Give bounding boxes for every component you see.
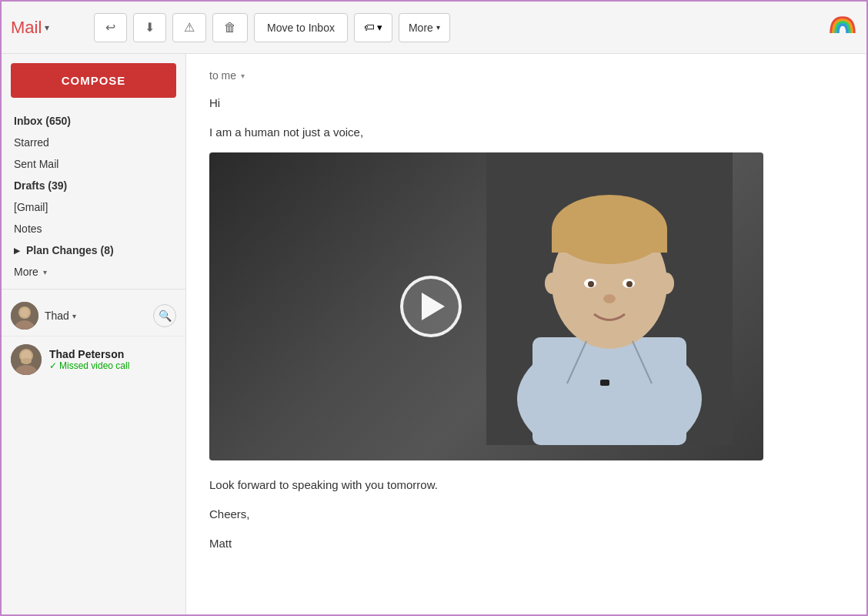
search-icon: 🔍: [159, 310, 172, 322]
svg-point-19: [626, 281, 633, 287]
reply-icon: ↩: [105, 20, 115, 35]
email-body2: Look forward to speaking with you tomorr…: [209, 476, 843, 494]
sidebar-item-starred[interactable]: Starred: [2, 132, 179, 153]
drafts-label: Drafts (39): [14, 179, 67, 192]
inbox-label: Inbox (650): [14, 115, 71, 127]
email-to: to me: [209, 69, 236, 82]
play-button[interactable]: [400, 276, 462, 337]
video-thumbnail[interactable]: [209, 152, 763, 460]
more-nav-label: More: [14, 266, 38, 278]
sidebar-item-sent-mail[interactable]: Sent Mail: [2, 153, 179, 175]
user-name: Thad: [45, 310, 69, 322]
sidebar-divider: [2, 289, 185, 290]
video-background: [209, 152, 763, 460]
svg-point-18: [588, 281, 594, 287]
svg-point-8: [21, 358, 32, 364]
delete-button[interactable]: 🗑: [212, 13, 248, 42]
svg-rect-15: [552, 229, 667, 253]
app-logo[interactable]: Mail ▾: [11, 18, 72, 38]
email-content-panel: to me ▾ Hi I am a human not just a voice…: [186, 54, 866, 614]
user-name-row: Thad ▾: [45, 310, 76, 322]
sidebar-item-drafts[interactable]: Drafts (39): [2, 175, 179, 196]
email-body: Hi I am a human not just a voice,: [209, 94, 843, 553]
move-to-inbox-button[interactable]: Move to Inbox: [254, 13, 348, 42]
contact-avatar: [11, 344, 42, 375]
rainbow-icon: [828, 12, 857, 41]
email-meta: to me ▾: [209, 69, 843, 82]
reply-button[interactable]: ↩: [94, 13, 127, 42]
email-body1: I am a human not just a voice,: [209, 123, 843, 142]
more-label: More: [409, 22, 433, 34]
archive-icon: ⬇: [145, 20, 155, 35]
label-caret: ▾: [377, 22, 382, 33]
arrow-icon: ▶: [14, 246, 20, 255]
sent-mail-label: Sent Mail: [14, 158, 58, 170]
more-caret: ▾: [436, 23, 440, 32]
svg-rect-11: [532, 337, 686, 445]
sidebar-item-more[interactable]: More ▾: [2, 261, 179, 283]
account-avatar-button[interactable]: [828, 12, 857, 41]
app-title-caret[interactable]: ▾: [45, 22, 49, 33]
trash-icon: 🗑: [224, 21, 236, 35]
compose-button[interactable]: COMPOSE: [11, 63, 176, 98]
main-layout: COMPOSE Inbox (650) Starred Sent Mail Dr…: [2, 54, 866, 614]
sidebar-item-gmail[interactable]: [Gmail]: [2, 196, 179, 218]
svg-point-3: [20, 308, 29, 317]
play-triangle-icon: [422, 293, 445, 320]
contact-name: Thad Peterson: [49, 348, 176, 360]
email-greeting: Hi: [209, 94, 843, 112]
label-icon: 🏷: [364, 22, 374, 33]
contact-list-item[interactable]: Thad Peterson ✓ Missed video call: [2, 336, 185, 383]
label-button[interactable]: 🏷 ▾: [354, 13, 392, 42]
contact-info: Thad Peterson ✓ Missed video call: [49, 348, 176, 371]
user-section: Thad ▾ 🔍: [2, 296, 185, 336]
archive-button[interactable]: ⬇: [133, 13, 166, 42]
check-icon: ✓: [49, 360, 57, 371]
user-caret-icon[interactable]: ▾: [72, 312, 76, 320]
more-nav-caret: ▾: [43, 268, 47, 276]
notes-label: Notes: [14, 223, 42, 235]
sidebar-item-inbox[interactable]: Inbox (650): [2, 110, 179, 132]
email-closing: Cheers,: [209, 505, 843, 524]
more-button[interactable]: More ▾: [399, 13, 450, 42]
email-meta-caret[interactable]: ▾: [241, 72, 245, 80]
sidebar: COMPOSE Inbox (650) Starred Sent Mail Dr…: [2, 54, 186, 614]
svg-point-20: [603, 294, 616, 303]
starred-label: Starred: [14, 136, 49, 149]
contact-status-text: Missed video call: [59, 360, 129, 371]
toolbar: Mail ▾ ↩ ⬇ ⚠ 🗑 Move to Inbox 🏷 ▾ More ▾: [2, 2, 866, 54]
email-signature: Matt: [209, 534, 843, 553]
app-title: Mail: [11, 18, 42, 38]
sidebar-item-notes[interactable]: Notes: [2, 218, 179, 239]
sidebar-item-plan-changes[interactable]: ▶ Plan Changes (8): [2, 239, 179, 261]
contact-status: ✓ Missed video call: [49, 360, 176, 371]
gmail-label: [Gmail]: [14, 201, 48, 213]
plan-changes-label: Plan Changes (8): [26, 244, 114, 256]
svg-rect-25: [600, 380, 609, 386]
svg-point-22: [659, 273, 674, 294]
report-icon: ⚠: [184, 20, 195, 35]
report-spam-button[interactable]: ⚠: [172, 13, 206, 42]
user-avatar: [11, 302, 38, 330]
svg-point-21: [545, 273, 560, 294]
sidebar-search-button[interactable]: 🔍: [153, 304, 176, 327]
person-figure: [486, 152, 733, 445]
